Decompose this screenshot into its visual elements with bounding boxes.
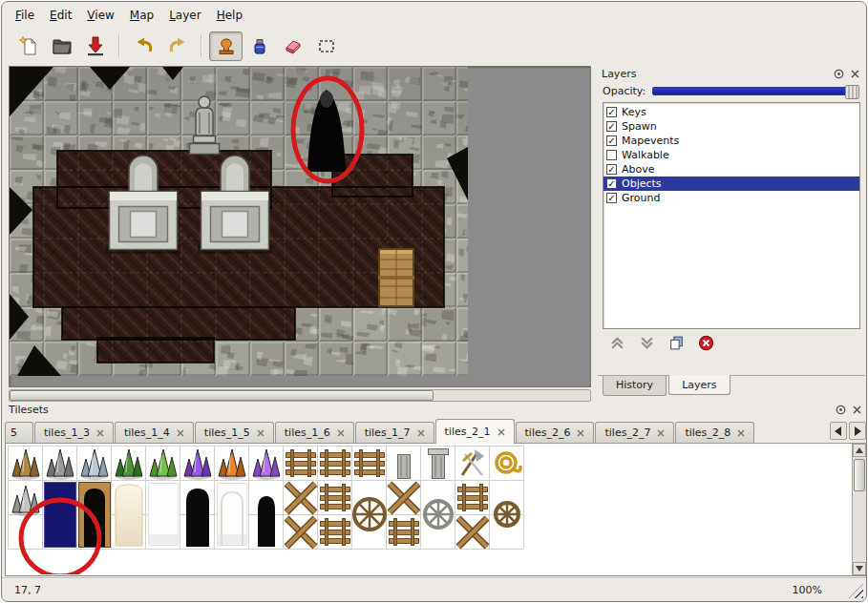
layer-visible-checkbox[interactable]: ✓	[606, 164, 617, 175]
layer-actions-toolbar	[598, 329, 865, 355]
float-panel-button[interactable]	[833, 68, 845, 80]
tab-scroll-right-button[interactable]	[849, 422, 866, 440]
lower-layer-button[interactable]	[639, 335, 655, 355]
select-tool-button[interactable]	[309, 31, 343, 61]
float-panel-button[interactable]	[835, 404, 847, 416]
open-button[interactable]	[45, 31, 78, 61]
tileset-tab-tiles_1_5[interactable]: tiles_1_5	[195, 422, 274, 443]
vscroll-thumb[interactable]	[854, 459, 865, 491]
layer-visible-checkbox[interactable]: ✓	[606, 121, 617, 132]
menu-map[interactable]: Map	[122, 7, 161, 24]
fill-icon	[249, 35, 270, 56]
tileset-tab-5[interactable]: 5	[5, 422, 33, 443]
tileset-tab-tiles_2_7[interactable]: tiles_2_7	[595, 422, 674, 443]
tileset-tab-label: tiles_2_8	[685, 426, 730, 439]
layer-visible-checkbox[interactable]: ✓	[606, 178, 617, 189]
tilesets-panel-title: Tilesets	[9, 404, 831, 416]
layer-row-walkable[interactable]: Walkable	[603, 148, 859, 162]
tab-close-icon[interactable]	[337, 429, 345, 437]
layer-row-mapevents[interactable]: ✓Mapevents	[603, 134, 859, 148]
undo-button[interactable]	[127, 31, 160, 61]
layer-row-keys[interactable]: ✓Keys	[603, 105, 859, 119]
scroll-down-button[interactable]	[853, 562, 866, 575]
toolbar-separator	[201, 34, 202, 57]
layer-name-label: Above	[622, 163, 655, 176]
tileset-tab-tiles_1_3[interactable]: tiles_1_3	[34, 422, 114, 443]
tileset-tab-tiles_2_8[interactable]: tiles_2_8	[675, 422, 754, 443]
tab-close-icon[interactable]	[257, 429, 265, 437]
map-viewport[interactable]	[9, 66, 591, 387]
new-file-button[interactable]	[11, 31, 45, 61]
tileset-tab-tiles_2_1[interactable]: tiles_2_1	[435, 419, 515, 444]
new-file-icon	[18, 35, 39, 56]
tileset-tab-label: tiles_1_6	[285, 426, 330, 439]
map-horizontal-scrollbar[interactable]	[9, 389, 591, 402]
opacity-label: Opacity:	[603, 85, 646, 97]
eraser-tool-button[interactable]	[276, 31, 309, 61]
opacity-slider[interactable]	[652, 87, 859, 95]
layer-row-spawn[interactable]: ✓Spawn	[603, 119, 859, 134]
menu-layer[interactable]: Layer	[161, 7, 208, 24]
menu-file[interactable]: File	[8, 7, 42, 24]
duplicate-layer-button[interactable]	[668, 335, 685, 355]
save-download-icon	[85, 35, 106, 56]
zoom-level: 100%	[793, 584, 822, 596]
layers-panel-tabbar: HistoryLayers	[598, 375, 865, 396]
tileset-content[interactable]	[5, 444, 867, 576]
tileset-canvas[interactable]	[7, 445, 836, 574]
tileset-tab-tiles_1_6[interactable]: tiles_1_6	[275, 422, 354, 443]
redo-arrow-icon	[167, 35, 188, 56]
layer-visible-checkbox[interactable]: ✓	[606, 135, 617, 146]
tab-close-icon[interactable]	[417, 429, 425, 437]
tab-scroll-arrows	[830, 422, 866, 440]
layer-list: ✓Keys✓Spawn✓MapeventsWalkable✓Above✓Obje…	[603, 102, 860, 329]
resize-grip[interactable]	[849, 584, 863, 598]
tileset-tab-tiles_1_4[interactable]: tiles_1_4	[115, 422, 194, 443]
close-panel-button[interactable]	[849, 68, 861, 80]
map-hscroll-thumb[interactable]	[10, 390, 434, 401]
redo-button[interactable]	[160, 31, 194, 61]
layers-panel-titlebar: Layers	[598, 66, 865, 81]
close-icon	[850, 69, 860, 79]
tileset-vertical-scrollbar[interactable]	[852, 444, 866, 575]
tab-close-icon[interactable]	[177, 429, 184, 437]
close-panel-button[interactable]	[851, 404, 863, 416]
tab-close-icon[interactable]	[737, 429, 745, 437]
opacity-slider-handle[interactable]	[845, 85, 859, 99]
tileset-tab-tiles_1_7[interactable]: tiles_1_7	[355, 422, 434, 443]
status-bar: 17, 7 100%	[2, 577, 866, 601]
menu-help[interactable]: Help	[209, 7, 250, 24]
tab-close-icon[interactable]	[498, 428, 505, 436]
layer-row-objects[interactable]: ✓Objects	[603, 177, 859, 191]
raise-layer-button[interactable]	[609, 335, 625, 355]
tab-close-icon[interactable]	[96, 429, 104, 437]
panel-tab-history[interactable]: History	[603, 376, 667, 396]
stamp-tool-button[interactable]	[209, 31, 243, 61]
delete-layer-button[interactable]	[698, 335, 714, 355]
fill-tool-button[interactable]	[243, 31, 276, 61]
layer-visible-checkbox[interactable]: ✓	[606, 107, 617, 117]
lower-layer-icon	[639, 335, 655, 351]
tab-close-icon[interactable]	[657, 429, 665, 437]
triangle-down-icon	[856, 566, 863, 572]
layers-panel-title: Layers	[602, 68, 829, 80]
layer-row-ground[interactable]: ✓Ground	[603, 191, 859, 205]
layer-row-above[interactable]: ✓Above	[603, 162, 859, 177]
tileset-tab-tiles_2_6[interactable]: tiles_2_6	[516, 422, 595, 443]
menu-edit[interactable]: Edit	[42, 7, 79, 24]
toolbar-separator	[118, 34, 120, 57]
eraser-icon	[283, 35, 304, 56]
menu-view[interactable]: View	[79, 7, 121, 24]
save-button[interactable]	[78, 31, 112, 61]
panel-tab-layers[interactable]: Layers	[668, 375, 730, 395]
delete-layer-icon	[698, 335, 714, 351]
layer-visible-checkbox[interactable]: ✓	[606, 193, 617, 203]
tileset-tab-label: tiles_2_7	[604, 426, 650, 439]
tab-scroll-left-button[interactable]	[830, 422, 847, 440]
map-canvas[interactable]	[10, 67, 468, 376]
tab-close-icon[interactable]	[577, 429, 584, 437]
layer-name-label: Keys	[622, 106, 646, 118]
scroll-up-button[interactable]	[853, 444, 866, 457]
layer-name-label: Objects	[622, 177, 662, 190]
layer-visible-checkbox[interactable]	[606, 150, 617, 160]
